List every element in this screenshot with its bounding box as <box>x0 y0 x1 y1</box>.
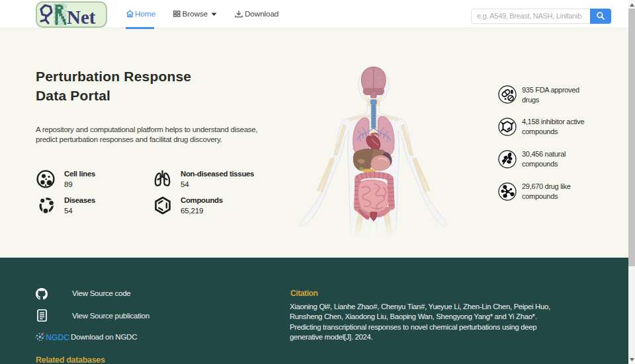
svg-text:Net: Net <box>67 7 96 26</box>
